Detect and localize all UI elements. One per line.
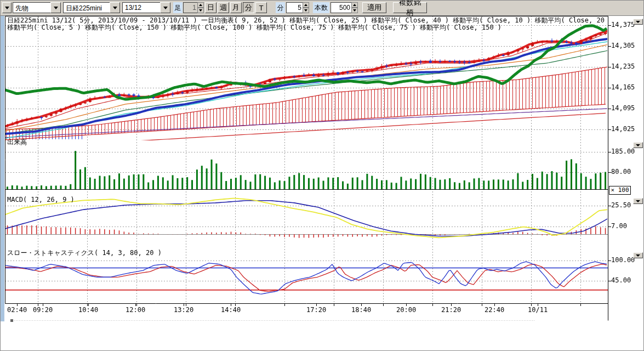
price-axis-label: 14,375: [611, 21, 635, 29]
period-minute-button[interactable]: 分: [243, 2, 254, 13]
price-axis-label: 14,095: [611, 105, 635, 112]
chart-canvas[interactable]: [1, 1, 644, 351]
period-week-button[interactable]: 週: [218, 2, 229, 13]
price-axis-label: 14,025: [611, 126, 635, 133]
chevron-down-icon: [636, 254, 640, 257]
x-axis-label: 14:40: [221, 307, 241, 314]
stoch-axis-scroll-button[interactable]: [633, 252, 643, 258]
chart-application-window: 先物 日経225mini 13/12 足 1 日 週 月 分 T 分 5 本数 …: [0, 0, 644, 351]
apply-button[interactable]: 適用: [362, 2, 386, 13]
chevron-down-icon: [163, 7, 168, 9]
bars-label: 本数: [313, 2, 329, 13]
chart-title-line2: 移動平均( Close, 5 ) 移動平均( Close, 150 ) 移動平均…: [7, 24, 606, 31]
hscroll-thumb[interactable]: [10, 319, 13, 322]
bars-value: 500: [330, 2, 351, 13]
contract-combo[interactable]: 13/12: [122, 2, 170, 13]
volume-axis-label: 80.00: [611, 168, 631, 176]
volume-axis-scroll-button[interactable]: [633, 142, 643, 148]
x-axis-label: 10/11: [528, 307, 548, 314]
chevron-down-icon: [54, 7, 58, 9]
spin-up-button[interactable]: [351, 2, 358, 8]
chevron-down-icon: [5, 7, 9, 9]
price-axis-label: 14,305: [611, 42, 635, 49]
period-month-button[interactable]: 月: [230, 2, 242, 13]
bars-spinner[interactable]: 500: [330, 2, 358, 13]
x-axis-label: 10:40: [78, 307, 98, 314]
x-axis-label: 12:00: [126, 307, 145, 314]
symbol-combo[interactable]: 日経225mini: [63, 2, 120, 13]
category-drop-button[interactable]: [50, 2, 61, 13]
x-axis-label: 18:40: [351, 307, 371, 314]
ashi-value: 1: [183, 2, 197, 13]
chevron-down-icon: [636, 200, 640, 202]
spin-up-button[interactable]: [197, 2, 204, 8]
multi-symbol-button[interactable]: 複数銘柄: [393, 2, 427, 13]
stoch-axis-label: 100.00: [611, 257, 635, 264]
spin-down-button[interactable]: [303, 8, 309, 13]
symbol-drop-button[interactable]: [110, 2, 120, 13]
x-axis-label: 21:20: [441, 307, 461, 314]
x-axis-label: 20:00: [396, 307, 416, 314]
chevron-down-icon: [636, 144, 640, 146]
x-axis-label: 02:40: [7, 307, 27, 314]
contract-drop-button[interactable]: [160, 2, 170, 13]
volume-panel-label: 出来高: [7, 139, 27, 146]
volume-multiplier-badge: × 100: [609, 186, 631, 195]
category-value: 先物: [13, 2, 50, 13]
price-axis-scroll-button[interactable]: [633, 19, 643, 25]
period-tick-button[interactable]: T: [255, 2, 267, 13]
price-axis-label: 14,235: [611, 63, 635, 70]
contract-value: 13/12: [122, 2, 160, 13]
minute-label: 分: [276, 2, 285, 13]
chart-title-line1: 日経225mini 13/12( 5分, 2013/10/09 - 2013/1…: [7, 17, 606, 24]
chevron-down-icon: [636, 21, 640, 23]
macd-axis-scroll-button[interactable]: [633, 198, 643, 204]
x-axis-label: 17:20: [306, 307, 326, 314]
macd-panel-label: MACD( 12, 26, 9 ): [7, 196, 75, 203]
window-dropdown-button[interactable]: [2, 2, 12, 13]
left-edge-strip: [1, 16, 4, 321]
category-combo[interactable]: 先物: [13, 2, 61, 13]
x-axis-label: 13:20: [174, 307, 193, 314]
chevron-down-icon: [113, 7, 117, 9]
stoch-panel-label: スロー・ストキャスティクス( 14, 3, 80, 20 ): [7, 250, 162, 257]
ashi-spinner[interactable]: 1: [183, 2, 204, 13]
volume-axis-label: 185.00: [611, 148, 635, 155]
symbol-value: 日経225mini: [63, 2, 110, 13]
price-axis-label: 14,165: [611, 84, 635, 91]
stoch-axis-label: 45.00: [611, 277, 631, 284]
toolbar: 先物 日経225mini 13/12 足 1 日 週 月 分 T 分 5 本数 …: [1, 1, 644, 16]
x-axis-label: 09:20: [33, 307, 53, 314]
minute-spinner[interactable]: 5: [286, 2, 309, 13]
macd-axis-label: 7.00: [611, 223, 627, 230]
spin-down-button[interactable]: [197, 8, 204, 13]
macd-axis-label: 25.50: [611, 202, 631, 209]
spin-down-button[interactable]: [351, 8, 358, 13]
minute-value: 5: [286, 2, 303, 13]
period-day-button[interactable]: 日: [205, 2, 216, 13]
ashi-label: 足: [173, 2, 183, 13]
x-axis-label: 22:40: [485, 307, 504, 314]
spin-up-button[interactable]: [303, 2, 309, 8]
